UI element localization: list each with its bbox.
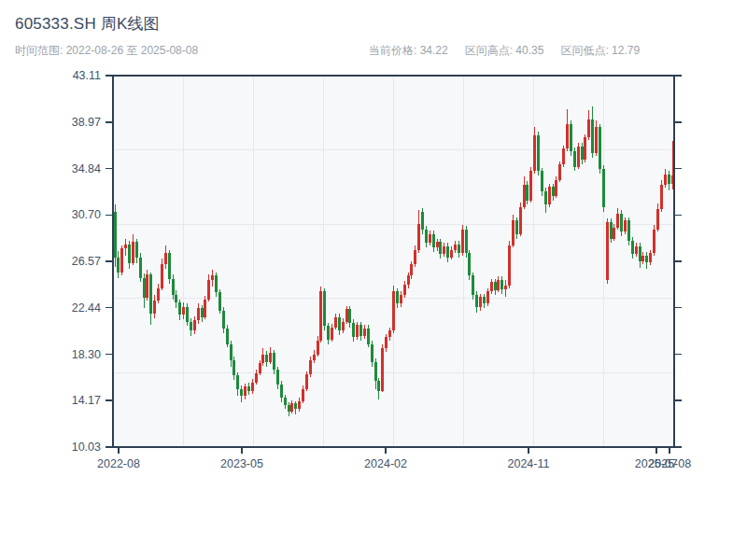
y-tick-label: 22.44 [72, 301, 101, 315]
y-tick-label: 10.03 [72, 441, 101, 454]
candlestick-chart: 43.1138.9734.8430.7026.5722.4418.3014.17… [0, 0, 747, 560]
x-tick-label: 2024-02 [364, 457, 407, 470]
y-tick-label: 30.70 [72, 208, 101, 221]
x-tick-label: 2024-11 [508, 457, 550, 470]
y-tick-label: 26.57 [72, 255, 101, 268]
y-tick-label: 43.11 [73, 69, 101, 82]
kline-page: 605333.SH 周K线图 时间范围: 2022-08-26 至 2025-0… [0, 0, 747, 560]
y-tick-label: 34.84 [72, 162, 101, 175]
y-tick-label: 38.97 [72, 116, 101, 129]
y-tick-label: 14.17 [72, 394, 101, 407]
x-tick-label: 2023-05 [220, 457, 263, 470]
x-tick-label: 2022-08 [97, 457, 140, 470]
y-tick-label: 18.30 [72, 348, 101, 361]
x-tick-label: 2025-08 [648, 457, 691, 470]
